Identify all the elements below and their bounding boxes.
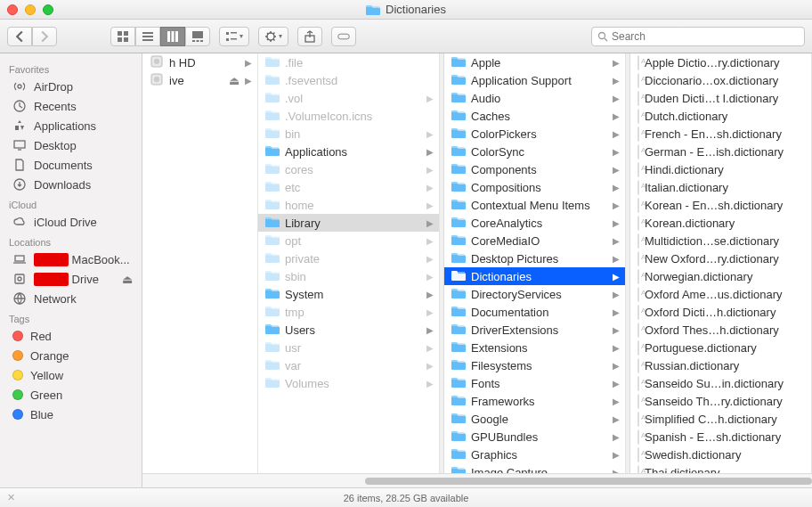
list-view-button[interactable] <box>135 27 160 46</box>
file-row[interactable]: Volumes▶ <box>258 374 439 392</box>
minimize-window-button[interactable] <box>25 4 36 15</box>
file-row[interactable]: Russian.dictionary <box>630 356 811 374</box>
sidebar-item[interactable]: Desktop <box>0 135 142 155</box>
tags-button[interactable] <box>331 27 356 46</box>
file-row[interactable]: System▶ <box>258 285 439 303</box>
file-row[interactable]: Diccionario…ox.dictionary <box>630 71 811 89</box>
eject-icon[interactable]: ⏏ <box>122 273 133 286</box>
file-row[interactable]: Library▶ <box>258 214 439 232</box>
icon-view-button[interactable] <box>110 27 135 46</box>
file-row[interactable]: Audio▶ <box>444 89 625 107</box>
gallery-view-button[interactable] <box>185 27 210 46</box>
file-row[interactable]: Frameworks▶ <box>444 392 625 410</box>
file-row[interactable]: DriverExtensions▶ <box>444 321 625 339</box>
file-row[interactable]: Contextual Menu Items▶ <box>444 196 625 214</box>
file-row[interactable]: Dictionaries▶ <box>444 267 625 285</box>
sidebar-item[interactable]: AirDrop <box>0 77 142 96</box>
file-row[interactable]: Image Capture▶ <box>444 463 625 473</box>
file-row[interactable]: Applications▶ <box>258 143 439 160</box>
file-row[interactable]: Components▶ <box>444 160 625 178</box>
file-row[interactable]: Hindi.dictionary <box>630 160 811 178</box>
file-row[interactable]: var▶ <box>258 356 439 374</box>
file-row[interactable]: GPUBundles▶ <box>444 428 625 446</box>
column-view-button[interactable] <box>160 27 185 46</box>
file-row[interactable]: cores▶ <box>258 160 439 178</box>
forward-button[interactable] <box>32 27 57 46</box>
file-row[interactable]: Dutch.dictionary <box>630 107 811 125</box>
file-row[interactable]: private▶ <box>258 249 439 267</box>
sidebar-item[interactable]: xxxxxx MacBook... <box>0 249 142 269</box>
file-row[interactable]: h HD▶ <box>142 53 257 71</box>
sidebar-item[interactable]: Documents <box>0 155 142 175</box>
sidebar-item[interactable]: Recents <box>0 96 142 116</box>
file-row[interactable]: Simplified C…h.dictionary <box>630 410 811 428</box>
file-row[interactable]: home▶ <box>258 196 439 214</box>
file-row[interactable]: Oxford Ame…us.dictionary <box>630 285 811 303</box>
file-row[interactable]: usr▶ <box>258 339 439 356</box>
group-by-button[interactable]: ▾ <box>219 27 249 46</box>
file-row[interactable]: Multidiction…se.dictionary <box>630 232 811 249</box>
file-row[interactable]: Compositions▶ <box>444 178 625 196</box>
file-row[interactable]: Application Support▶ <box>444 71 625 89</box>
file-row[interactable]: tmp▶ <box>258 303 439 321</box>
file-row[interactable]: Google▶ <box>444 410 625 428</box>
file-row[interactable]: Apple▶ <box>444 53 625 71</box>
file-row[interactable]: CoreMediaIO▶ <box>444 232 625 249</box>
sidebar-item[interactable]: Yellow <box>0 365 142 385</box>
file-row[interactable]: Italian.dictionary <box>630 178 811 196</box>
sidebar-item[interactable]: xxxxxx Drive⏏ <box>0 269 142 289</box>
sidebar-item[interactable]: Blue <box>0 405 142 424</box>
file-row[interactable]: Portuguese.dictionary <box>630 339 811 356</box>
sidebar-item[interactable]: Green <box>0 385 142 405</box>
horizontal-scrollbar[interactable] <box>142 473 812 487</box>
file-row[interactable]: Documentation▶ <box>444 303 625 321</box>
sidebar-item[interactable]: Orange <box>0 346 142 365</box>
sidebar-item[interactable]: Network <box>0 289 142 308</box>
file-row[interactable]: Spanish - E…sh.dictionary <box>630 428 811 446</box>
file-row[interactable]: etc▶ <box>258 178 439 196</box>
sidebar-item[interactable]: Applications <box>0 116 142 135</box>
file-row[interactable]: .VolumeIcon.icns <box>258 107 439 125</box>
file-row[interactable]: .file <box>258 53 439 71</box>
search-field[interactable] <box>591 27 805 46</box>
file-row[interactable]: Norwegian.dictionary <box>630 267 811 285</box>
sidebar-item[interactable]: Downloads <box>0 175 142 194</box>
file-row[interactable]: Sanseido Th…ry.dictionary <box>630 392 811 410</box>
back-button[interactable] <box>7 27 32 46</box>
file-row[interactable]: ColorPickers▶ <box>444 125 625 143</box>
file-row[interactable]: bin▶ <box>258 125 439 143</box>
column-1[interactable]: .file.fseventsd.vol▶.VolumeIcon.icnsbin▶… <box>258 53 440 473</box>
file-row[interactable]: Users▶ <box>258 321 439 339</box>
file-row[interactable]: Extensions▶ <box>444 339 625 356</box>
file-row[interactable]: Graphics▶ <box>444 446 625 463</box>
file-row[interactable]: French - En…sh.dictionary <box>630 125 811 143</box>
file-row[interactable]: New Oxford…ry.dictionary <box>630 249 811 267</box>
sidebar-item[interactable]: iCloud Drive <box>0 212 142 232</box>
file-row[interactable]: Fonts▶ <box>444 374 625 392</box>
file-row[interactable]: CoreAnalytics▶ <box>444 214 625 232</box>
file-row[interactable]: opt▶ <box>258 232 439 249</box>
action-button[interactable]: ▾ <box>258 27 288 46</box>
file-row[interactable]: Korean.dictionary <box>630 214 811 232</box>
search-input[interactable] <box>612 30 799 43</box>
file-row[interactable]: Thai.dictionary <box>630 463 811 473</box>
file-row[interactable]: .vol▶ <box>258 89 439 107</box>
file-row[interactable]: Korean - En…sh.dictionary <box>630 196 811 214</box>
file-row[interactable]: Sanseido Su…in.dictionary <box>630 374 811 392</box>
column-2[interactable]: Apple▶Application Support▶Audio▶Caches▶C… <box>444 53 626 473</box>
file-row[interactable]: Desktop Pictures▶ <box>444 249 625 267</box>
file-row[interactable]: Oxford Thes…h.dictionary <box>630 321 811 339</box>
close-window-button[interactable] <box>7 4 18 15</box>
share-button[interactable] <box>297 27 322 46</box>
file-row[interactable]: Swedish.dictionary <box>630 446 811 463</box>
column-3[interactable]: Apple Dictio…ry.dictionaryDiccionario…ox… <box>630 53 812 473</box>
file-row[interactable]: Oxford Dicti…h.dictionary <box>630 303 811 321</box>
eject-icon[interactable]: ⏏ <box>229 74 240 87</box>
file-row[interactable]: Filesystems▶ <box>444 356 625 374</box>
file-row[interactable]: Duden Dicti…t I.dictionary <box>630 89 811 107</box>
column-0[interactable]: h HD▶ive⏏▶ <box>142 53 258 473</box>
file-row[interactable]: sbin▶ <box>258 267 439 285</box>
file-row[interactable]: Caches▶ <box>444 107 625 125</box>
sidebar-item[interactable]: Red <box>0 326 142 346</box>
close-pathbar-icon[interactable]: ✕ <box>7 492 15 503</box>
